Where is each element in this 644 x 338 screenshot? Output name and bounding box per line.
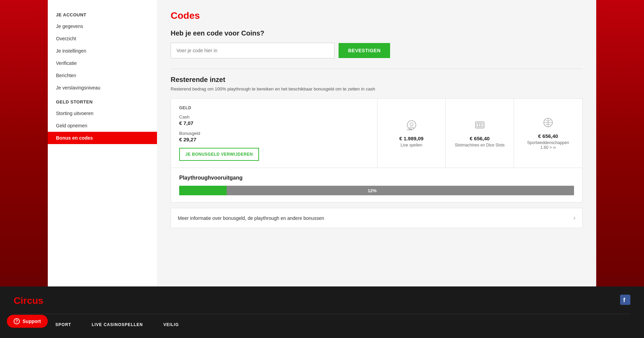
chevron-right-icon: › bbox=[573, 214, 575, 222]
live-icon: LIVE bbox=[405, 119, 418, 133]
divider-1 bbox=[171, 69, 583, 69]
playthrough-section: Playthroughvooruitgang 12% bbox=[171, 168, 582, 202]
sidebar-item-verslavingsniveau[interactable]: Je verslavingsniveau bbox=[48, 82, 157, 94]
support-button[interactable]: ? Support bbox=[7, 315, 48, 328]
left-accent bbox=[0, 0, 48, 286]
live-amount: € 1.989,09 bbox=[399, 136, 424, 141]
progress-bar-label: 12% bbox=[368, 188, 376, 193]
footer-facebook-icon[interactable]: f bbox=[620, 295, 630, 307]
svg-rect-10 bbox=[620, 295, 630, 305]
footer-top: Circus f bbox=[14, 295, 630, 314]
svg-rect-4 bbox=[477, 123, 478, 127]
slots-label: Slotmachines en Dice Slots bbox=[455, 143, 504, 147]
card-geld: GELD Cash € 7,07 Bonusgeld € 29,27 JE BO… bbox=[171, 99, 377, 168]
svg-point-0 bbox=[407, 121, 416, 129]
sports-sub: 1.60 > ∞ bbox=[540, 145, 556, 150]
logo-c: C bbox=[14, 295, 20, 306]
card-sport: € 656,40 Sportweddenschappen 1.60 > ∞ bbox=[514, 99, 582, 168]
slots-icon bbox=[474, 119, 486, 133]
sidebar-item-overzicht[interactable]: Overzicht bbox=[48, 32, 157, 45]
cash-label: Cash bbox=[179, 114, 369, 119]
sidebar-item-bonus-codes[interactable]: Bonus en codes bbox=[48, 132, 157, 144]
footer-col-veilig: VEILIG bbox=[163, 322, 179, 330]
footer-live-title: LIVE CASINOSPELLEN bbox=[92, 322, 143, 327]
sidebar-item-instellingen[interactable]: Je instellingen bbox=[48, 45, 157, 57]
support-icon: ? bbox=[14, 318, 20, 324]
svg-point-1 bbox=[410, 123, 413, 126]
footer-col-sport: SPORT bbox=[55, 322, 71, 330]
card-slotmachines: € 656,40 Slotmachines en Dice Slots bbox=[446, 99, 514, 168]
sidebar-item-gegevens[interactable]: Je gegevens bbox=[48, 20, 157, 32]
codes-section-title: Heb je een code voor Coins? bbox=[171, 29, 583, 37]
sidebar-item-berichten[interactable]: Berichten bbox=[48, 69, 157, 82]
support-label: Support bbox=[23, 319, 41, 324]
bonus-label: Bonusgeld bbox=[179, 131, 369, 136]
account-section-title: JE ACCOUNT bbox=[48, 7, 157, 20]
svg-text:f: f bbox=[623, 297, 626, 304]
code-input-row: BEVESTIGEN bbox=[171, 43, 583, 58]
info-row-text: Meer informatie over bonusgeld, de playt… bbox=[178, 215, 324, 221]
live-label: Live spellen bbox=[401, 143, 422, 147]
sidebar: JE ACCOUNT Je gegevens Overzicht Je inst… bbox=[48, 0, 157, 286]
resterende-title: Resterende inzet bbox=[171, 76, 583, 84]
geld-label: GELD bbox=[179, 105, 369, 110]
sidebar-item-storting[interactable]: Storting uitvoeren bbox=[48, 107, 157, 119]
main-content: Codes Heb je een code voor Coins? BEVEST… bbox=[157, 0, 596, 286]
footer-logo: Circus bbox=[14, 295, 43, 306]
money-section-title: GELD STORTEN bbox=[48, 94, 157, 107]
sports-amount: € 656,40 bbox=[538, 133, 558, 139]
footer-sport-title: SPORT bbox=[55, 322, 71, 327]
footer-nav: SPELLEN SPORT LIVE CASINOSPELLEN VEILIG bbox=[14, 314, 630, 338]
footer-col-live: LIVE CASINOSPELLEN bbox=[92, 322, 143, 330]
confirm-button[interactable]: BEVESTIGEN bbox=[339, 43, 390, 58]
cash-value: € 7,07 bbox=[179, 120, 369, 126]
slots-amount: € 656,40 bbox=[470, 136, 489, 141]
resterende-desc: Resterend bedrag om 100% playthrough te … bbox=[171, 86, 583, 91]
footer-veilig-title: VEILIG bbox=[163, 322, 179, 327]
svg-rect-5 bbox=[479, 123, 481, 127]
bonus-value: € 29,27 bbox=[179, 137, 369, 142]
playthrough-title: Playthroughvooruitgang bbox=[179, 175, 574, 181]
remove-bonus-button[interactable]: JE BONUSGELD VERWIJDEREN bbox=[179, 148, 259, 161]
footer: Circus f SPELLEN SPORT LIVE CASINOSPELLE… bbox=[0, 286, 644, 338]
svg-rect-6 bbox=[481, 123, 483, 127]
cards-top-row: GELD Cash € 7,07 Bonusgeld € 29,27 JE BO… bbox=[171, 99, 582, 168]
svg-text:LIVE: LIVE bbox=[407, 128, 412, 131]
cards-wrapper: GELD Cash € 7,07 Bonusgeld € 29,27 JE BO… bbox=[171, 98, 583, 202]
progress-bar-fill bbox=[179, 186, 227, 195]
card-live-spellen: LIVE € 1.989,09 Live spellen bbox=[377, 99, 446, 168]
progress-bar: 12% bbox=[179, 186, 574, 195]
sidebar-item-verificatie[interactable]: Verificatie bbox=[48, 57, 157, 69]
page-title: Codes bbox=[171, 10, 583, 21]
sports-label: Sportweddenschappen bbox=[527, 140, 569, 145]
sport-icon bbox=[542, 116, 554, 131]
logo-rest: ircus bbox=[20, 295, 43, 306]
info-row[interactable]: Meer informatie over bonusgeld, de playt… bbox=[171, 208, 583, 228]
code-input[interactable] bbox=[171, 43, 334, 58]
sidebar-item-opnemen[interactable]: Geld opnemen bbox=[48, 119, 157, 132]
right-accent bbox=[596, 0, 644, 286]
